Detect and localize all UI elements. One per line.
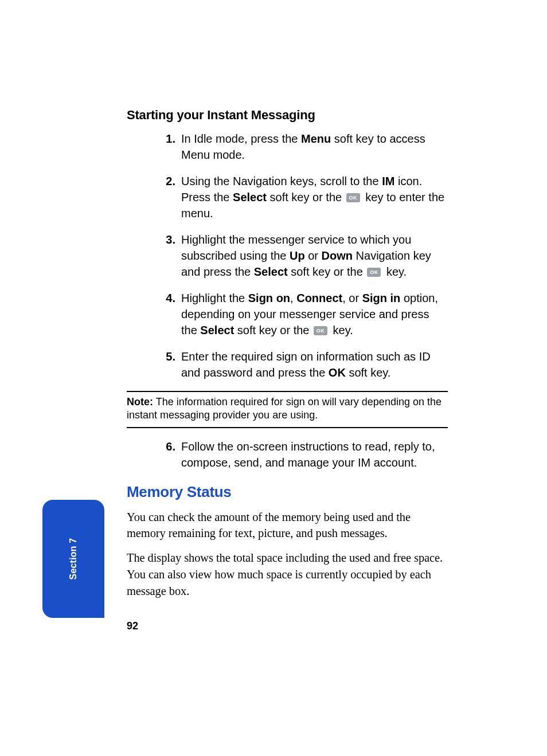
bold-text: Connect <box>296 292 342 304</box>
body-paragraph: You can check the amount of the memory b… <box>127 509 448 542</box>
bold-text: Select <box>200 324 234 336</box>
bold-text: Select <box>254 265 288 278</box>
body-paragraph: The display shows the total space includ… <box>127 550 448 599</box>
list-item: 5.Enter the required sign on information… <box>127 348 448 381</box>
content-area: Starting your Instant Messaging 1.In Idl… <box>127 108 448 607</box>
bold-text: IM <box>382 175 394 187</box>
text: soft key or the <box>234 324 312 336</box>
page-number: 92 <box>127 620 138 632</box>
section-title-memory-status: Memory Status <box>127 483 448 501</box>
section-tab: Section 7 <box>42 500 104 618</box>
list-item: 3.Highlight the messenger service to whi… <box>127 232 448 280</box>
text: Highlight the <box>181 292 248 304</box>
bold-text: Menu <box>301 132 331 145</box>
bold-text: OK <box>329 366 346 379</box>
list-item: 4.Highlight the Sign on, Connect, or Sig… <box>127 290 448 338</box>
step-number: 4. <box>158 290 175 306</box>
note-label: Note: <box>127 396 153 408</box>
text: , <box>290 292 296 304</box>
section-tab-label: Section 7 <box>68 538 79 580</box>
note-block: Note: The information required for sign … <box>127 391 448 428</box>
step-number: 3. <box>158 232 175 248</box>
bold-text: Sign in <box>362 292 401 304</box>
text: key. <box>330 324 353 336</box>
bold-text: Sign on <box>248 292 290 304</box>
text: , or <box>342 292 362 304</box>
text: Using the Navigation keys, scroll to the <box>181 175 382 187</box>
text: Enter the required sign on information s… <box>181 350 431 379</box>
text: Follow the on-screen instructions to rea… <box>181 440 435 469</box>
subheading-starting-im: Starting your Instant Messaging <box>127 108 448 123</box>
text: soft key or the <box>288 265 366 278</box>
step-number: 6. <box>158 438 175 455</box>
document-page: Starting your Instant Messaging 1.In Idl… <box>0 0 547 756</box>
step-number: 2. <box>158 173 175 189</box>
step-number: 1. <box>158 131 175 147</box>
list-item: 6.Follow the on-screen instructions to r… <box>127 438 448 471</box>
list-item: 1.In Idle mode, press the Menu soft key … <box>127 131 448 163</box>
text: soft key. <box>346 366 391 379</box>
text: soft key or the <box>267 191 345 203</box>
text: In Idle mode, press the <box>181 132 301 145</box>
text: or <box>305 249 322 262</box>
bold-text: Select <box>233 191 267 203</box>
ok-key-icon: OK <box>367 268 381 277</box>
bold-text: Down <box>322 249 353 262</box>
ok-key-icon: OK <box>346 193 360 202</box>
note-text: The information required for sign on wil… <box>127 396 441 421</box>
list-item: 2.Using the Navigation keys, scroll to t… <box>127 173 448 221</box>
ok-key-icon: OK <box>314 326 327 335</box>
text: key. <box>383 265 407 278</box>
instruction-list-b: 6.Follow the on-screen instructions to r… <box>127 438 448 471</box>
bold-text: Up <box>290 249 305 262</box>
instruction-list-a: 1.In Idle mode, press the Menu soft key … <box>127 131 448 381</box>
step-number: 5. <box>158 348 175 365</box>
